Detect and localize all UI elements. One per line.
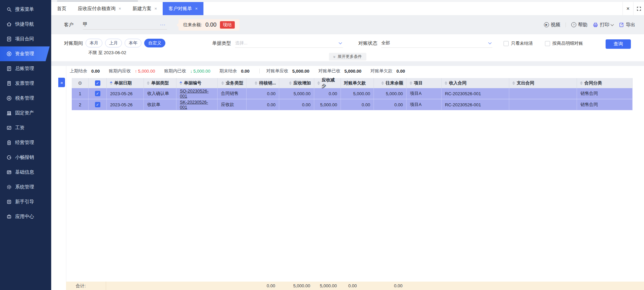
totals-label: 合计: <box>66 282 106 290</box>
cell-doc-type: 收入确认单 <box>144 88 176 99</box>
sidebar-item-search-menu[interactable]: 搜索菜单 <box>0 2 51 17</box>
sort-icon[interactable] <box>381 81 384 85</box>
period-range-value[interactable]: 不限 至 2023-06-02 <box>88 50 165 56</box>
video-button[interactable]: ▶ 视频 <box>544 22 560 28</box>
unsettled-checkbox-row[interactable]: 只看未结清 <box>504 40 533 46</box>
tab-home[interactable]: 首页 <box>51 2 72 15</box>
doc-no-link[interactable]: SK-20230526-001 <box>180 100 214 110</box>
status-select[interactable]: 全部 <box>381 39 492 48</box>
col-header-recv-increase[interactable]: 应收增加 <box>279 78 314 88</box>
tab-ar-ap-balance-query[interactable]: 应收应付余额查询 × <box>72 2 127 15</box>
close-window-button[interactable]: × <box>622 2 633 15</box>
period-this-month[interactable]: 本月 <box>86 39 102 47</box>
tab-new-plan[interactable]: 新建方案 × <box>127 2 163 15</box>
search-button[interactable]: 查询 <box>606 39 631 49</box>
sort-icon[interactable] <box>147 81 150 85</box>
row-checkbox[interactable]: ✓ <box>95 102 100 107</box>
col-header-biz-type[interactable]: 业务类型 <box>218 78 247 88</box>
sort-icon[interactable] <box>255 81 257 85</box>
sidebar-item-system-management[interactable]: 系统管理 <box>0 180 51 194</box>
period-last-month[interactable]: 上月 <box>105 39 122 47</box>
funds-icon <box>6 51 12 57</box>
status-value: 全部 <box>381 40 390 46</box>
sort-icon[interactable] <box>445 81 447 85</box>
col-label: 项目 <box>414 80 423 86</box>
sort-icon[interactable] <box>410 81 412 85</box>
col-header-pending[interactable]: 待核销... <box>247 78 279 88</box>
sidebar-item-xiaochang-expense[interactable]: 小畅报销 <box>0 150 51 165</box>
col-header-balance[interactable]: 往来余额 <box>374 78 407 88</box>
sidebar-item-app-center[interactable]: 应用中心 <box>0 209 51 224</box>
by-goods-checkbox-row[interactable]: 按商品明细对账 <box>545 40 583 46</box>
table-row[interactable]: 1 ✓ 2023-05-26 收入确认单 SQ-20230526-001 合同销… <box>72 88 633 99</box>
sort-icon[interactable] <box>512 81 515 85</box>
sort-icon[interactable] <box>221 81 224 85</box>
search-icon <box>6 7 12 12</box>
select-all-checkbox[interactable]: ✓ <box>95 80 100 86</box>
col-header-statement-debt[interactable]: 对账单欠款 <box>341 78 374 88</box>
sidebar-item-project-contract[interactable]: 项目合同 <box>0 32 51 46</box>
sidebar-item-business-management[interactable]: 经营管理 <box>0 135 51 150</box>
table-row[interactable]: 2 ✓ 2023-05-26 收款单 SK-20230526-001 应收款 0… <box>72 99 633 110</box>
cell-biz-type: 应收款 <box>218 99 247 110</box>
sidebar-item-funds-management[interactable]: 资金管理 <box>0 46 51 61</box>
tab-close-icon[interactable]: × <box>155 6 157 11</box>
sidebar-item-label: 项目合同 <box>15 36 34 42</box>
column-settings-button[interactable]: ⚙ <box>72 78 89 88</box>
sidebar-item-label: 税务管理 <box>15 95 34 101</box>
col-header-income-contract[interactable]: 收入合同 <box>442 78 509 88</box>
col-header-expense-contract[interactable]: 支出合同 <box>509 78 577 88</box>
cell-doc-date: 2023-05-26 <box>107 88 144 99</box>
sidebar-item-quick-nav[interactable]: 快捷导航 <box>0 17 51 32</box>
sort-icon[interactable] <box>180 81 182 85</box>
cell-contract-category: 销售合同 <box>577 88 633 99</box>
customer-picker-icon[interactable]: ··· <box>160 22 167 27</box>
tab-close-icon[interactable]: × <box>195 6 198 11</box>
print-button[interactable]: 打印 <box>593 22 613 28</box>
sidebar-item-salary[interactable]: 工资 <box>0 120 51 135</box>
sidebar-item-invoice-management[interactable]: 发票管理 <box>0 76 51 91</box>
unsettled-checkbox[interactable] <box>504 41 509 46</box>
sort-icon[interactable] <box>110 81 112 85</box>
expand-more-button[interactable]: » 展开更多条件 <box>329 53 366 61</box>
sidebar-item-general-ledger[interactable]: 总账管理 <box>0 61 51 76</box>
col-header-doc-date[interactable]: 单据日期 <box>107 78 144 88</box>
by-goods-checkbox-label: 按商品明细对账 <box>552 40 583 46</box>
sort-icon[interactable] <box>580 81 583 85</box>
tabbar-scroll-thumb[interactable] <box>57 0 138 2</box>
expand-panel-handle[interactable]: » <box>58 78 65 87</box>
chevron-down-icon[interactable] <box>611 23 614 26</box>
export-button[interactable]: 导出 <box>619 22 635 28</box>
tab-customer-statement[interactable]: 客户对账单 × <box>163 2 203 15</box>
sidebar-item-beginner-guide[interactable]: 新手引导 <box>0 194 51 209</box>
period-custom[interactable]: 自定义 <box>144 39 165 47</box>
sidebar-item-fixed-assets[interactable]: 固定资产 <box>0 106 51 120</box>
doc-no-link[interactable]: SQ-20230526-001 <box>180 88 214 99</box>
sidebar-item-tax-management[interactable]: 税务管理 <box>0 91 51 106</box>
sidebar-item-base-info[interactable]: 基础信息 <box>0 165 51 180</box>
col-header-contract-category[interactable]: 合同分类 <box>577 78 633 88</box>
summary-label: 期末结余 <box>220 68 237 74</box>
summary-label: 账期内应收 <box>109 68 131 74</box>
customer-input[interactable]: 甲 ··· <box>83 20 167 30</box>
totals-pending: 0.00 <box>246 282 279 290</box>
divider <box>566 23 566 27</box>
sidebar-item-label: 资金管理 <box>15 51 34 57</box>
col-header-recv-decrease[interactable]: 应收减少 <box>314 78 341 88</box>
by-goods-checkbox[interactable] <box>545 41 550 46</box>
col-header-doc-no[interactable]: 单据编号 <box>176 78 218 88</box>
col-header-doc-type[interactable]: 单据类型 <box>144 78 176 88</box>
expand-more-label: 展开更多条件 <box>337 54 362 60</box>
row-checkbox[interactable]: ✓ <box>95 91 100 96</box>
cash-settle-badge[interactable]: 现结 <box>220 21 235 29</box>
col-header-project[interactable]: 项目 <box>407 78 442 88</box>
tab-close-icon[interactable]: × <box>119 6 121 11</box>
doc-type-select[interactable]: 选择... <box>235 39 343 48</box>
period-this-year[interactable]: 本年 <box>125 39 141 47</box>
help-button[interactable]: ? 帮助 <box>571 22 587 28</box>
fullscreen-button[interactable] <box>633 2 644 15</box>
sort-icon[interactable] <box>289 81 292 85</box>
balance-box: 往来余额: 0.00 现结 <box>179 19 239 31</box>
sort-icon[interactable] <box>317 81 320 85</box>
export-label: 导出 <box>626 22 635 28</box>
